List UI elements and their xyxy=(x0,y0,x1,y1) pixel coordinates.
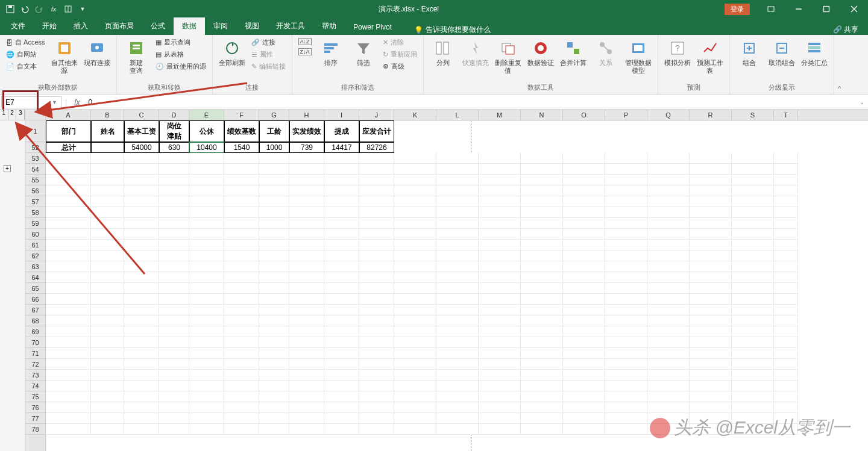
empty-cell[interactable] xyxy=(289,413,324,424)
empty-cell[interactable] xyxy=(647,164,690,175)
edit-links-button[interactable]: ✎编辑链接 xyxy=(250,61,287,72)
empty-cell[interactable] xyxy=(732,153,774,164)
empty-cell[interactable] xyxy=(46,240,91,250)
empty-cell[interactable] xyxy=(647,381,690,391)
name-box[interactable]: E7▼ xyxy=(1,96,61,108)
empty-cell[interactable] xyxy=(436,294,479,305)
expand-rows-button[interactable]: + xyxy=(4,165,11,172)
empty-cell[interactable] xyxy=(359,207,394,218)
empty-cell[interactable] xyxy=(521,196,563,207)
empty-cell[interactable] xyxy=(394,348,436,359)
row-header-72[interactable]: 72 xyxy=(25,359,45,370)
empty-cell[interactable] xyxy=(289,294,324,305)
empty-cell[interactable] xyxy=(605,196,647,207)
empty-cell[interactable] xyxy=(774,272,798,283)
empty-cell[interactable] xyxy=(224,381,259,391)
empty-cell[interactable] xyxy=(259,337,289,348)
empty-cell[interactable] xyxy=(732,316,774,326)
empty-cell[interactable] xyxy=(774,196,798,207)
empty-cell[interactable] xyxy=(394,413,436,424)
empty-cell[interactable] xyxy=(259,229,289,240)
empty-cell[interactable] xyxy=(91,240,124,250)
empty-cell[interactable] xyxy=(394,381,436,391)
empty-cell[interactable] xyxy=(324,370,359,381)
row-header-66[interactable]: 66 xyxy=(25,294,45,305)
col-header-O[interactable]: O xyxy=(563,110,605,120)
empty-cell[interactable] xyxy=(124,153,159,164)
empty-cell[interactable] xyxy=(605,164,647,175)
empty-cell[interactable] xyxy=(46,175,91,185)
empty-cell[interactable] xyxy=(436,218,479,229)
empty-cell[interactable] xyxy=(732,359,774,370)
empty-cell[interactable] xyxy=(479,316,521,326)
empty-cell[interactable] xyxy=(91,175,124,185)
empty-cell[interactable] xyxy=(124,207,159,218)
close-button[interactable] xyxy=(840,0,868,18)
data-cell[interactable]: 1000 xyxy=(259,142,289,153)
row-header-68[interactable]: 68 xyxy=(25,316,45,326)
row-header-61[interactable]: 61 xyxy=(25,240,45,250)
empty-cell[interactable] xyxy=(289,218,324,229)
empty-cell[interactable] xyxy=(289,153,324,164)
empty-cell[interactable] xyxy=(46,402,91,413)
empty-cell[interactable] xyxy=(224,359,259,370)
empty-cell[interactable] xyxy=(124,283,159,294)
empty-cell[interactable] xyxy=(124,370,159,381)
empty-cell[interactable] xyxy=(690,294,732,305)
empty-cell[interactable] xyxy=(289,250,324,261)
col-header-H[interactable]: H xyxy=(289,110,324,120)
empty-cell[interactable] xyxy=(189,153,224,164)
consolidate-button[interactable]: 合并计算 xyxy=(559,37,588,68)
empty-cell[interactable] xyxy=(774,402,798,413)
empty-cell[interactable] xyxy=(521,153,563,164)
empty-cell[interactable] xyxy=(521,207,563,218)
empty-cell[interactable] xyxy=(436,153,479,164)
empty-cell[interactable] xyxy=(124,294,159,305)
empty-cell[interactable] xyxy=(394,196,436,207)
empty-cell[interactable] xyxy=(289,175,324,185)
empty-cell[interactable] xyxy=(46,196,91,207)
empty-cell[interactable] xyxy=(647,326,690,337)
empty-cell[interactable] xyxy=(289,283,324,294)
empty-cell[interactable] xyxy=(91,250,124,261)
empty-cell[interactable] xyxy=(159,305,189,316)
empty-cell[interactable] xyxy=(189,207,224,218)
empty-cell[interactable] xyxy=(324,424,359,435)
empty-cell[interactable] xyxy=(436,424,479,435)
empty-cell[interactable] xyxy=(521,413,563,424)
empty-cell[interactable] xyxy=(732,305,774,316)
empty-cell[interactable] xyxy=(394,153,436,164)
empty-cell[interactable] xyxy=(324,218,359,229)
empty-cell[interactable] xyxy=(359,316,394,326)
empty-cell[interactable] xyxy=(436,370,479,381)
empty-cell[interactable] xyxy=(774,348,798,359)
empty-cell[interactable] xyxy=(324,250,359,261)
empty-cell[interactable] xyxy=(563,261,605,272)
empty-cell[interactable] xyxy=(732,337,774,348)
empty-cell[interactable] xyxy=(521,164,563,175)
empty-cell[interactable] xyxy=(259,348,289,359)
empty-cell[interactable] xyxy=(774,283,798,294)
empty-cell[interactable] xyxy=(46,337,91,348)
empty-cell[interactable] xyxy=(359,272,394,283)
empty-cell[interactable] xyxy=(436,402,479,413)
empty-cell[interactable] xyxy=(690,175,732,185)
row-header-67[interactable]: 67 xyxy=(25,305,45,316)
empty-cell[interactable] xyxy=(436,272,479,283)
empty-cell[interactable] xyxy=(394,316,436,326)
empty-cell[interactable] xyxy=(605,424,647,435)
empty-cell[interactable] xyxy=(605,240,647,250)
header-cell[interactable]: 姓名 xyxy=(91,120,124,142)
empty-cell[interactable] xyxy=(124,316,159,326)
header-cell[interactable]: 提成 xyxy=(324,120,359,142)
outline-level-3[interactable]: 3 xyxy=(16,110,25,120)
empty-cell[interactable] xyxy=(394,207,436,218)
empty-cell[interactable] xyxy=(259,250,289,261)
empty-cell[interactable] xyxy=(479,196,521,207)
empty-cell[interactable] xyxy=(774,229,798,240)
empty-cell[interactable] xyxy=(224,164,259,175)
empty-cell[interactable] xyxy=(91,402,124,413)
empty-cell[interactable] xyxy=(479,164,521,175)
empty-cell[interactable] xyxy=(324,337,359,348)
col-header-I[interactable]: I xyxy=(324,110,359,120)
